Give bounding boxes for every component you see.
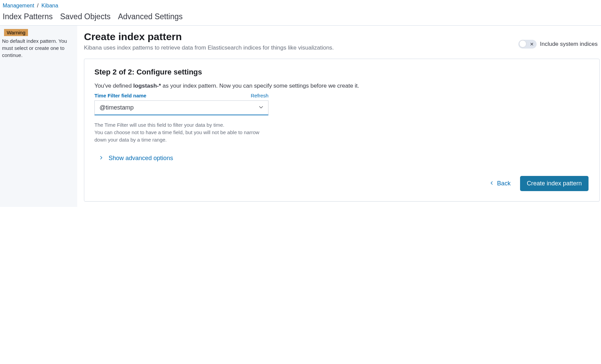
chevron-down-icon — [259, 104, 263, 111]
time-filter-help: The Time Filter will use this field to f… — [94, 121, 270, 143]
tab-advanced-settings[interactable]: Advanced Settings — [118, 12, 183, 21]
step-desc-pre: You've defined — [94, 83, 133, 89]
step-title: Step 2 of 2: Configure settings — [94, 68, 589, 77]
include-system-indices-label: Include system indices — [540, 41, 598, 48]
breadcrumb: Management / Kibana — [0, 0, 601, 10]
help-line-2: You can choose not to have a time field,… — [94, 129, 270, 144]
help-line-1: The Time Filter will use this field to f… — [94, 121, 270, 129]
close-icon: ✕ — [530, 41, 534, 47]
index-pattern-name: logstash-* — [133, 83, 161, 89]
warning-text: No default index pattern. You must selec… — [2, 37, 75, 59]
show-advanced-options[interactable]: Show advanced options — [94, 155, 589, 162]
sidebar: Warning No default index pattern. You mu… — [0, 26, 77, 207]
include-system-indices-toggle[interactable]: ✕ — [518, 40, 537, 49]
back-label: Back — [497, 180, 511, 187]
page-subtitle: Kibana uses index patterns to retrieve d… — [84, 44, 518, 51]
time-filter-selected-value: @timestamp — [99, 104, 259, 111]
advanced-options-label: Show advanced options — [109, 155, 173, 162]
breadcrumb-separator: / — [36, 3, 40, 8]
step-desc-post: as your index pattern. Now you can speci… — [161, 83, 359, 89]
tabs: Index Patterns Saved Objects Advanced Se… — [0, 10, 601, 26]
chevron-right-icon — [99, 155, 103, 162]
main-content: Create index pattern Kibana uses index p… — [77, 26, 601, 207]
time-filter-field-label: Time Filter field name — [94, 93, 251, 98]
tab-index-patterns[interactable]: Index Patterns — [3, 12, 53, 21]
chevron-left-icon — [490, 180, 494, 187]
breadcrumb-management[interactable]: Management — [3, 3, 34, 8]
back-button[interactable]: Back — [490, 180, 511, 187]
step-description: You've defined logstash-* as your index … — [94, 83, 589, 89]
create-index-pattern-button[interactable]: Create index pattern — [520, 176, 589, 191]
breadcrumb-kibana[interactable]: Kibana — [41, 3, 58, 8]
configure-panel: Step 2 of 2: Configure settings You've d… — [84, 59, 600, 202]
time-filter-field-select[interactable]: @timestamp — [94, 100, 268, 115]
warning-badge: Warning — [4, 29, 28, 36]
toggle-thumb — [519, 40, 526, 48]
refresh-link[interactable]: Refresh — [251, 93, 268, 98]
page-title: Create index pattern — [84, 31, 518, 42]
tab-saved-objects[interactable]: Saved Objects — [60, 12, 111, 21]
